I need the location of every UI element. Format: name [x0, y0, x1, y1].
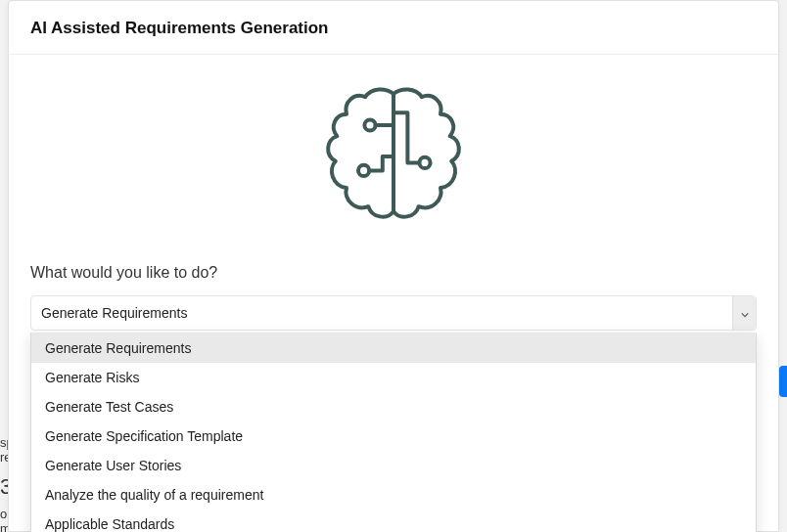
modal-title: AI Assisted Requirements Generation [30, 19, 757, 38]
brain-circuit-icon [315, 78, 472, 239]
prompt-label: What would you like to do? [30, 264, 757, 282]
dropdown-option[interactable]: Generate Risks [31, 363, 756, 392]
modal-header: AI Assisted Requirements Generation [9, 1, 778, 55]
modal-body: What would you like to do? Generate Requ… [9, 55, 778, 531]
hidden-side-button[interactable] [779, 366, 787, 397]
dropdown-option[interactable]: Generate User Stories [31, 451, 756, 480]
dropdown-option[interactable]: Applicable Standards [31, 510, 756, 532]
combobox-field[interactable] [30, 295, 757, 331]
brain-illustration [30, 78, 757, 239]
dropdown-option[interactable]: Generate Specification Template [31, 421, 756, 451]
action-combobox: Generate RequirementsGenerate RisksGener… [30, 295, 757, 331]
action-input[interactable] [31, 296, 732, 330]
caret-down-icon [741, 304, 749, 322]
ai-requirements-modal: AI Assisted Requirements Generation [8, 0, 779, 532]
dropdown-option[interactable]: Analyze the quality of a requirement [31, 480, 756, 510]
combobox-toggle[interactable] [732, 296, 756, 330]
dropdown-option[interactable]: Generate Test Cases [31, 392, 756, 421]
dropdown-option[interactable]: Generate Requirements [31, 333, 756, 363]
action-dropdown: Generate RequirementsGenerate RisksGener… [30, 332, 757, 532]
